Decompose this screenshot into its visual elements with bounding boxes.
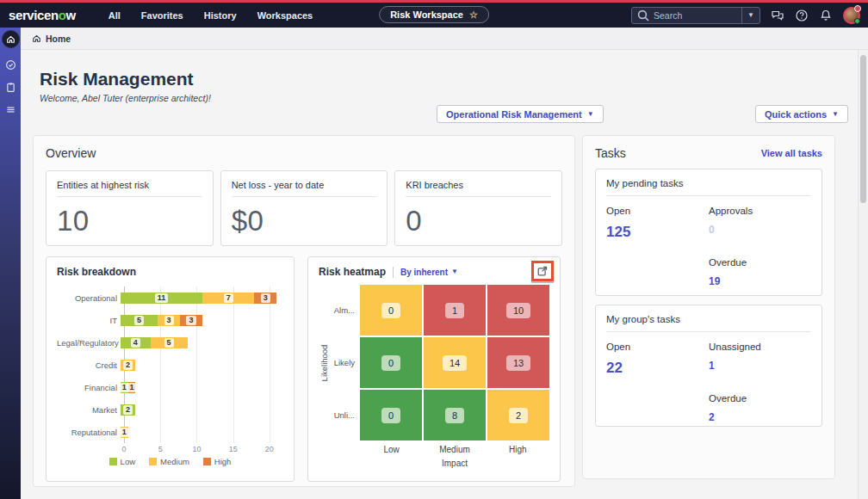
kpi-card-net-loss[interactable]: Net loss - year to date $0: [220, 170, 388, 246]
bar-track: 1: [121, 427, 278, 438]
heatmap-value-chip: 2: [509, 408, 528, 423]
search-input[interactable]: [650, 10, 741, 21]
heatmap-cell-likely-high[interactable]: 13: [487, 337, 549, 388]
help-icon[interactable]: [795, 9, 809, 22]
workspace-tab[interactable]: Risk Workspace ☆: [379, 6, 489, 23]
heatmap-filter-dropdown[interactable]: By inherent ▼: [400, 268, 458, 277]
bar-value-chip: 1: [127, 383, 136, 392]
star-icon[interactable]: ☆: [469, 10, 478, 20]
heatmap-value-chip: 10: [506, 303, 530, 318]
bar-segment-high[interactable]: 3: [254, 293, 276, 304]
heatmap-value-chip: 8: [445, 408, 464, 423]
sidebar-clipboard-icon[interactable]: [5, 82, 16, 93]
heatmap-cell-alm-high[interactable]: 10: [487, 285, 549, 336]
servicenow-logo[interactable]: servicenow: [9, 8, 76, 22]
approvals-count[interactable]: 0: [709, 224, 811, 236]
overview-title: Overview: [46, 146, 562, 160]
kpi-row: Entities at highest risk 10 Net loss - y…: [46, 170, 562, 246]
open-in-new-icon: [536, 265, 549, 277]
search-scope-dropdown[interactable]: ▼: [742, 11, 760, 19]
bar-segment-high[interactable]: 1: [128, 382, 136, 393]
quick-actions-button[interactable]: Quick actions ▼: [755, 105, 848, 123]
kpi-value: 10: [57, 205, 202, 237]
nav-item-workspaces[interactable]: Workspaces: [257, 10, 313, 21]
page-scrollbar-track[interactable]: [858, 50, 868, 499]
kpi-value: $0: [232, 205, 377, 237]
sidebar-menu-icon[interactable]: [5, 104, 16, 115]
bar-row: Market2: [57, 398, 283, 421]
sidebar-tasks-icon[interactable]: [5, 59, 16, 71]
scope-selector-label: Operational Risk Management: [446, 109, 582, 120]
sidebar-home-button[interactable]: [2, 30, 20, 48]
heatmap-cell-alm-low[interactable]: 0: [360, 285, 422, 336]
overdue-count[interactable]: 19: [709, 275, 811, 287]
nav-item-favorites[interactable]: Favorites: [141, 10, 183, 21]
bar-segment-low[interactable]: 11: [121, 293, 202, 304]
my-pending-tasks-card[interactable]: My pending tasks Open 125 Approvals 0 Ov…: [595, 169, 822, 296]
heatmap-cell-unli-high[interactable]: 2: [487, 390, 549, 440]
search-box[interactable]: ▼: [631, 7, 760, 24]
bar-segment-medium[interactable]: 3: [158, 315, 180, 326]
heatmap-cell-unli-low[interactable]: 0: [360, 390, 422, 440]
bar-value-chip: 5: [134, 316, 144, 325]
open-label: Open: [606, 342, 709, 352]
breadcrumb-home-icon[interactable]: [32, 34, 41, 43]
kpi-card-kri-breaches[interactable]: KRI breaches 0: [394, 170, 562, 246]
kpi-card-entities-at-highest-risk[interactable]: Entities at highest risk 10: [46, 170, 214, 246]
bar-segment-low[interactable]: 5: [121, 315, 158, 326]
nav-item-history[interactable]: History: [204, 10, 237, 21]
legend-item-low[interactable]: Low: [109, 457, 135, 466]
overdue-count[interactable]: 2: [709, 411, 811, 423]
nav-item-all[interactable]: All: [108, 10, 121, 21]
legend-swatch: [203, 458, 211, 465]
bar-track: 1173: [121, 293, 278, 304]
open-count[interactable]: 125: [606, 224, 709, 241]
open-count[interactable]: 22: [606, 360, 709, 377]
bar-segment-medium[interactable]: 2: [121, 360, 135, 371]
bar-segment-medium[interactable]: 1: [121, 427, 128, 438]
kpi-value: 0: [406, 205, 551, 237]
heatmap-cell-likely-medium[interactable]: 14: [424, 337, 486, 388]
scope-selector-button[interactable]: Operational Risk Management ▼: [437, 105, 604, 123]
bar-segment-low[interactable]: 2: [121, 404, 135, 416]
overview-panel: Overview Entities at highest risk 10 Net…: [33, 135, 575, 487]
legend-item-medium[interactable]: Medium: [149, 457, 189, 466]
bar-value-chip: 3: [186, 316, 195, 325]
my-groups-tasks-card[interactable]: My group's tasks Open 22 Unassigned 1 Ov…: [595, 305, 822, 427]
task-card-title: My pending tasks: [606, 178, 811, 196]
heatmap-cell-unli-medium[interactable]: 8: [424, 390, 486, 440]
bar-segment-medium[interactable]: 7: [202, 293, 254, 304]
heatmap-value-chip: 0: [381, 355, 400, 371]
legend-swatch: [149, 458, 157, 465]
view-all-tasks-link[interactable]: View all tasks: [761, 148, 822, 158]
bar-value-chip: 2: [123, 405, 133, 415]
chat-icon[interactable]: [771, 9, 784, 22]
task-card-grid: Open 22 Unassigned 1 Overdue 2: [606, 342, 811, 423]
bar-track: 2: [121, 360, 278, 371]
breadcrumb-home-label[interactable]: Home: [46, 34, 71, 44]
page-scrollbar-thumb[interactable]: [860, 55, 866, 203]
heatmap-cell-likely-low[interactable]: 0: [360, 337, 422, 388]
bar-value-chip: 7: [224, 293, 233, 303]
heatmap-row-label: Alm...: [329, 285, 360, 336]
heatmap-cell-alm-medium[interactable]: 1: [424, 285, 486, 336]
user-avatar[interactable]: [843, 7, 860, 24]
kpi-label: KRI breaches: [406, 180, 551, 197]
presence-indicator: [854, 18, 860, 24]
bar-track: 45: [121, 337, 278, 348]
x-tick-label: 20: [265, 445, 274, 453]
bar-row: Credit2: [57, 354, 283, 376]
charts-row: Risk breakdown Operational1173IT533Legal…: [46, 256, 562, 482]
bar-segment-medium[interactable]: 5: [151, 337, 188, 348]
heatmap-row-labels: Alm...LikelyUnli...: [329, 285, 360, 440]
kpi-label: Entities at highest risk: [57, 180, 202, 197]
legend-item-high[interactable]: High: [203, 457, 232, 466]
task-col-left: Open 22: [606, 342, 709, 423]
chevron-down-icon: ▼: [451, 268, 458, 275]
heatmap-export-button-highlighted[interactable]: [531, 261, 554, 281]
bar-value-chip: 11: [155, 293, 169, 303]
notifications-bell-icon[interactable]: [819, 9, 833, 22]
bar-segment-low[interactable]: 4: [121, 337, 151, 348]
unassigned-count[interactable]: 1: [709, 360, 811, 372]
bar-segment-high[interactable]: 3: [180, 315, 202, 326]
